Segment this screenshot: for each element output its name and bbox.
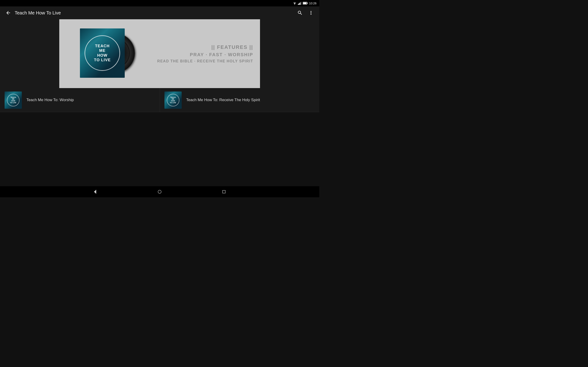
series-list: TEACHMEHOWTO LIVE Teach Me How To: Worsh… [0, 88, 319, 112]
back-nav-button[interactable] [91, 187, 100, 196]
album-text: TEACH ME HOW TO LIVE [94, 44, 111, 63]
series-title-worship: Teach Me How To: Worship [26, 98, 74, 102]
svg-rect-1 [298, 4, 299, 5]
search-button[interactable] [295, 8, 304, 17]
status-time: 10:26 [309, 2, 317, 5]
series-item-holy-spirit[interactable]: TEACHMEHOWTO LIVE Teach Me How To: Recei… [160, 88, 320, 112]
series-thumb-inner-worship: TEACHMEHOWTO LIVE [7, 94, 19, 106]
features-title: || FEATURES || [211, 44, 253, 50]
left-sidebar-dark [0, 19, 59, 88]
svg-rect-2 [299, 3, 300, 5]
status-icons: 10:26 [293, 2, 317, 5]
svg-marker-8 [94, 190, 96, 194]
series-thumb-inner-holy-spirit: TEACHMEHOWTO LIVE [167, 94, 179, 106]
more-options-button[interactable] [306, 8, 316, 17]
series-thumb-worship: TEACHMEHOWTO LIVE [5, 92, 22, 109]
svg-point-0 [294, 4, 295, 5]
album-art-container: TEACH ME HOW TO LIVE [80, 26, 135, 81]
svg-point-9 [158, 190, 161, 193]
svg-rect-3 [300, 2, 300, 5]
svg-rect-7 [303, 2, 307, 4]
signal-icon [298, 2, 302, 5]
features-line1: PRAY · FAST · WORSHIP [190, 52, 253, 57]
page-title: Teach Me How To Live [15, 10, 295, 16]
status-bar: 10:26 [0, 0, 319, 6]
series-item-worship[interactable]: TEACHMEHOWTO LIVE Teach Me How To: Worsh… [0, 88, 160, 112]
svg-rect-4 [301, 2, 301, 5]
album-circle: TEACH ME HOW TO LIVE [85, 35, 120, 71]
back-button[interactable] [4, 8, 13, 17]
features-section: || FEATURES || PRAY · FAST · WORSHIP REA… [156, 44, 260, 63]
album-art-section: TEACH ME HOW TO LIVE [59, 22, 156, 86]
features-line2: READ THE BIBLE · RECEIVE THE HOLY SPIRIT [157, 59, 253, 63]
app-bar: Teach Me How To Live [0, 6, 319, 19]
right-sidebar-dark [260, 19, 319, 88]
main-content: TEACH ME HOW TO LIVE || FEATURES || PRAY… [0, 19, 319, 186]
svg-rect-6 [307, 3, 308, 4]
album-cover: TEACH ME HOW TO LIVE [80, 28, 125, 78]
wifi-icon [293, 2, 297, 5]
svg-rect-10 [223, 190, 225, 193]
series-title-holy-spirit: Teach Me How To: Receive The Holy Spirit [186, 98, 260, 102]
app-bar-actions [295, 8, 316, 17]
battery-icon [303, 2, 308, 5]
home-nav-button[interactable] [155, 187, 164, 196]
series-thumb-holy-spirit: TEACHMEHOWTO LIVE [164, 92, 182, 109]
hero-banner: TEACH ME HOW TO LIVE || FEATURES || PRAY… [59, 19, 260, 88]
recent-nav-button[interactable] [219, 187, 229, 196]
nav-bar [0, 186, 319, 197]
